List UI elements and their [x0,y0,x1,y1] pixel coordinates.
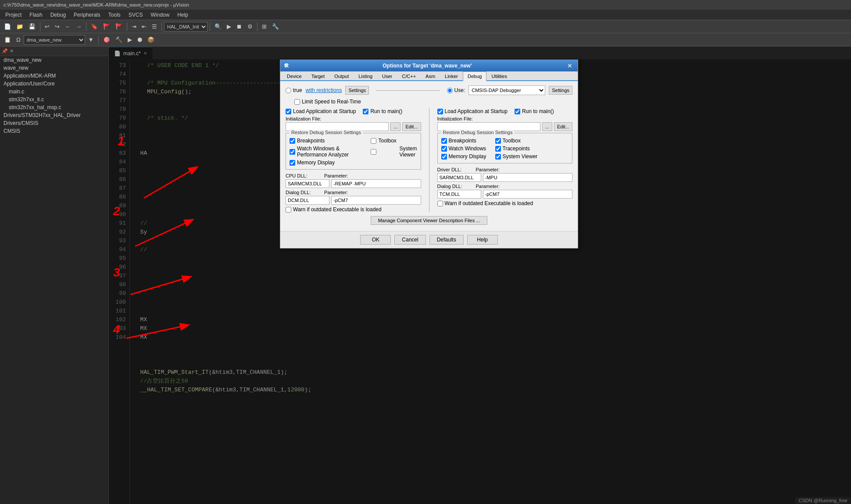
toolbar-bookmark2[interactable]: 🚩 [101,21,112,32]
right-dialog-dll-input[interactable] [437,190,481,199]
right-breakpoints-cb[interactable] [441,138,447,144]
tab-c-cpp[interactable]: C/C++ [397,71,421,81]
tab-device[interactable]: Device [282,71,307,81]
tab-utilities[interactable]: Utilities [486,71,511,81]
toolbar-indent[interactable]: ⇥ [129,21,139,32]
function-dropdown[interactable]: HAL_DMA_Init [164,22,207,32]
tb2-run[interactable]: ▶ [125,35,134,45]
toolbar-undo[interactable]: ↩ [43,21,52,32]
tab-asm[interactable]: Asm [421,71,440,81]
toolbar-new[interactable]: 📄 [2,21,13,32]
menu-debug[interactable]: Debug [47,11,69,19]
help-button[interactable]: Help [467,235,498,245]
sidebar-item-user-core[interactable]: Application/User/Core [0,80,108,88]
tab-user[interactable]: User [377,71,397,81]
toolbar-save[interactable]: 💾 [26,21,38,32]
left-toolbox-cb[interactable] [371,138,376,144]
toolbar-redo[interactable]: ↪ [53,21,62,32]
sidebar-item-dma-wave-new[interactable]: dma_wave_new [0,56,108,64]
tb2-btn2[interactable]: Ω [14,35,23,45]
right-sysviewer-cb[interactable] [495,154,501,160]
sidebar-item-cmsis-drivers[interactable]: Drivers/CMSIS [0,119,108,127]
manage-component-btn[interactable]: Manage Component Viewer Description File… [371,216,488,225]
toolbar-stop[interactable]: ⏹ [234,21,244,32]
left-run-main-checkbox[interactable] [363,109,368,114]
sidebar-item-cmsis[interactable]: CMSIS [0,127,108,135]
toolbar-bookmark3[interactable]: 🚩 [113,21,125,32]
sidebar-item-it-c[interactable]: stm32h7xx_it.c [0,96,108,103]
limit-speed-checkbox[interactable] [294,99,300,105]
right-load-app-checkbox[interactable] [437,109,443,114]
tab-listing[interactable]: Listing [354,71,377,81]
left-watchwindows-cb[interactable] [290,149,295,155]
toolbar-bookmark[interactable]: 🔖 [89,21,100,32]
left-breakpoints-cb[interactable] [290,138,295,144]
toolbar-wrench[interactable]: 🔧 [270,21,281,32]
right-driver-param-input[interactable] [483,173,573,182]
tb2-target[interactable]: 🎯 [101,35,112,45]
right-init-browse-btn[interactable]: ... [542,122,552,131]
with-restrictions-link[interactable]: with restrictions [306,87,342,93]
right-toolbox-cb[interactable] [495,138,501,144]
ok-button[interactable]: OK [360,235,391,245]
tb2-debug[interactable]: ⬢ [135,35,144,45]
left-init-browse-btn[interactable]: ... [390,122,400,131]
sidebar-item-mdk-arm[interactable]: Application/MDK-ARM [0,72,108,80]
left-cpu-param-input[interactable] [331,179,421,188]
right-init-edit-btn[interactable]: Edit... [554,122,572,131]
right-watchwindows-cb[interactable] [441,146,447,152]
menu-peripherals[interactable]: Peripherals [70,11,104,19]
left-dialog-dll-input[interactable] [286,196,329,205]
tb2-btn1[interactable]: 📋 [2,35,13,45]
project-dropdown[interactable]: dma_wave_new [24,35,85,45]
toolbar-open[interactable]: 📁 [14,21,25,32]
use-simulator-radio[interactable] [286,88,291,93]
toolbar-outdent[interactable]: ⇤ [139,21,149,32]
left-memory-cb[interactable] [290,160,295,166]
menu-tools[interactable]: Tools [105,11,124,19]
tb2-manage[interactable]: 📦 [145,35,157,45]
right-memory-cb[interactable] [441,154,447,160]
debugger-settings-btn[interactable]: Settings [549,86,572,95]
menu-project[interactable]: Project [2,11,25,19]
toolbar-run[interactable]: ▶ [225,21,233,32]
menu-svcs[interactable]: SVCS [125,11,147,19]
right-dialog-param-input[interactable] [483,190,573,199]
debugger-select-dropdown[interactable]: CMSIS-DAP Debugger [468,85,545,95]
right-driver-dll-input[interactable] [437,173,481,182]
right-warn-checkbox[interactable] [437,201,443,206]
sidebar-item-hal-driver[interactable]: Drivers/STM32H7xx_HAL_Driver [0,111,108,119]
tab-debug[interactable]: Debug [463,71,486,81]
toolbar-forward[interactable]: → [74,21,84,32]
defaults-button[interactable]: Defaults [429,235,464,245]
left-init-edit-btn[interactable]: Edit... [402,122,421,131]
toolbar-settings[interactable]: ⚙ [245,21,255,32]
menu-window[interactable]: Window [147,11,173,19]
sidebar-pin-icon[interactable]: 📌 [2,48,8,54]
dialog-close-button[interactable]: ✕ [565,62,574,69]
simulator-settings-btn[interactable]: Settings [345,86,369,95]
tab-linker[interactable]: Linker [440,71,463,81]
toolbar-back[interactable]: ← [63,21,73,32]
left-dialog-param-input[interactable] [331,196,421,205]
sidebar-item-hal-msp[interactable]: stm32h7xx_hal_msp.c [0,103,108,111]
right-run-main-checkbox[interactable] [515,109,520,114]
sidebar-item-main-c[interactable]: main.c [0,88,108,96]
cancel-button[interactable]: Cancel [394,235,426,245]
left-warn-checkbox[interactable] [286,207,291,213]
tb2-dropdown-btn[interactable]: ▼ [86,35,96,45]
toolbar-format[interactable]: ☰ [150,21,159,32]
menu-help[interactable]: Help [174,11,192,19]
tab-output[interactable]: Output [329,71,354,81]
tab-target[interactable]: Target [307,71,330,81]
sidebar-close-icon[interactable]: ✕ [10,48,14,54]
sidebar-item-wave-new[interactable]: wave_new [0,64,108,72]
left-cpu-dll-input[interactable] [286,179,329,188]
right-tracepoints-cb[interactable] [495,146,501,152]
use-debugger-radio[interactable] [447,88,453,93]
tb2-build[interactable]: 🔨 [113,35,125,45]
left-load-app-checkbox[interactable] [286,109,291,114]
toolbar-grid[interactable]: ⊞ [260,21,269,32]
menu-flash[interactable]: Flash [26,11,46,19]
toolbar-search[interactable]: 🔍 [212,21,224,32]
